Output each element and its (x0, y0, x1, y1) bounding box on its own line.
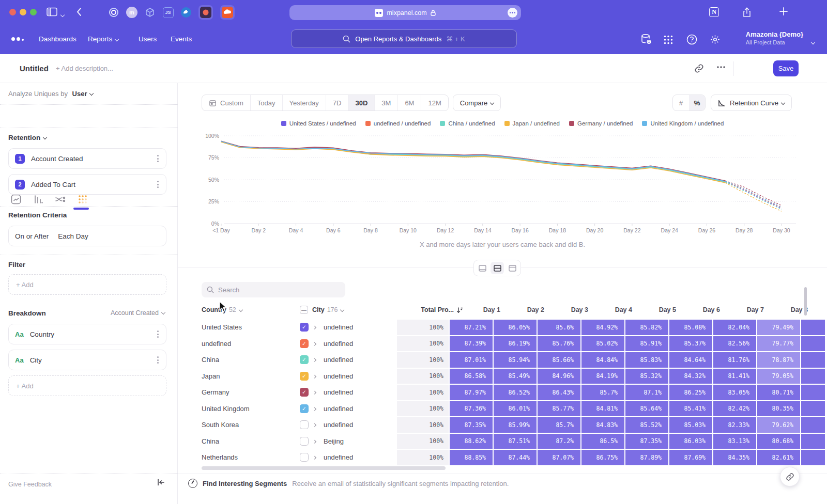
report-title[interactable]: Untitled (20, 64, 49, 73)
add-filter-button[interactable]: + Add (8, 274, 166, 295)
nav-item-events[interactable]: Events (171, 35, 192, 43)
view-table-only-icon[interactable] (506, 262, 519, 274)
more-options-icon[interactable] (716, 66, 726, 69)
expand-row-chevron[interactable] (313, 404, 324, 413)
column-header-day[interactable]: Day 4 (596, 306, 639, 313)
analyze-value-dropdown[interactable]: User (72, 90, 87, 98)
legend-item[interactable]: United Kingdom / undefined (642, 120, 724, 127)
kebab-menu-icon[interactable] (156, 180, 160, 189)
share-link-floating-button[interactable] (780, 467, 800, 486)
mixpanel-logo[interactable] (11, 37, 24, 41)
retention-step-2[interactable]: 2 Added To Cart (8, 174, 166, 195)
add-breakdown-button[interactable]: + Add (8, 375, 166, 396)
range-option-3m[interactable]: 3M (374, 95, 397, 111)
help-icon[interactable] (686, 34, 697, 45)
extension-bird-icon[interactable] (179, 5, 193, 20)
apps-grid-icon[interactable] (663, 35, 673, 45)
project-selector[interactable]: Amazonia {Demo} All Project Data (746, 30, 803, 45)
legend-item[interactable]: undefined / undefined (365, 120, 431, 127)
share-icon[interactable] (742, 7, 752, 18)
column-header-total[interactable]: Total Pro... (409, 306, 463, 313)
retention-criteria-selector[interactable]: On or After Each Day (8, 226, 166, 246)
table-search-input[interactable]: Search (202, 282, 345, 297)
address-more-icon[interactable] (508, 8, 517, 18)
range-option-7d[interactable]: 7D (326, 95, 348, 111)
view-chart-only-icon[interactable] (476, 262, 489, 274)
view-chart-and-table-icon[interactable] (491, 262, 504, 274)
address-bar[interactable]: mixpanel.com (289, 5, 521, 20)
range-option-12m[interactable]: 12M (421, 95, 448, 111)
column-header-day[interactable]: Day 2 (508, 306, 551, 313)
find-segments-title[interactable]: Find Interesting Segments (203, 480, 287, 487)
horizontal-scrollbar[interactable] (202, 466, 446, 470)
row-checkbox[interactable] (300, 420, 309, 429)
retention-step-1[interactable]: 1 Account Created (8, 148, 166, 169)
extension-cube-icon[interactable] (143, 5, 157, 20)
column-header-day[interactable]: Day 1 (464, 306, 507, 313)
row-checkbox[interactable]: ✓ (300, 388, 309, 397)
range-option-yesterday[interactable]: Yesterday (282, 95, 326, 111)
project-chevron-icon[interactable] (811, 38, 815, 47)
global-search-bar[interactable]: Open Reports & Dashboards ⌘ + K (291, 29, 517, 48)
notion-extension-icon[interactable]: N (709, 7, 719, 17)
window-minimize-button[interactable] (20, 9, 26, 15)
chart-type-dropdown[interactable]: Retention Curve (711, 94, 792, 111)
extension-cloud-icon[interactable] (220, 5, 235, 20)
retention-section-header[interactable]: Retention (8, 134, 47, 141)
row-checkbox[interactable] (300, 453, 309, 462)
extension-mixpanel-icon[interactable] (198, 5, 213, 20)
percent-toggle-option[interactable]: % (689, 95, 705, 111)
row-checkbox[interactable]: ✓ (300, 355, 309, 364)
column-header-city[interactable]: City176 (312, 306, 409, 313)
expand-row-chevron[interactable] (313, 420, 324, 430)
column-header-day[interactable]: Day 6 (684, 306, 727, 313)
range-option-30d[interactable]: 30D (348, 95, 374, 111)
column-header-day[interactable]: Day 7 (728, 306, 771, 313)
vertical-scrollbar[interactable] (804, 287, 807, 316)
legend-item[interactable]: China / undefined (440, 120, 495, 127)
column-header-day[interactable]: Day 3 (552, 306, 595, 313)
analyze-uniques-row[interactable]: Analyze Uniques by User (8, 90, 93, 98)
range-option-today[interactable]: Today (250, 95, 282, 111)
row-checkbox[interactable]: ✓ (300, 404, 309, 413)
collapse-sidebar-icon[interactable] (157, 479, 165, 486)
expand-row-chevron[interactable] (313, 388, 324, 397)
breakdown-city[interactable]: Aa City (8, 350, 166, 370)
row-checkbox[interactable]: ✓ (300, 323, 309, 332)
column-header-day[interactable]: Day 5 (640, 306, 683, 313)
breakdown-country[interactable]: Aa Country (8, 324, 166, 344)
data-management-icon[interactable] (640, 33, 652, 45)
extension-target-icon[interactable] (106, 5, 121, 20)
back-button-icon[interactable] (76, 7, 82, 17)
row-checkbox[interactable] (300, 437, 309, 446)
column-header-country[interactable]: Country52 (202, 306, 300, 313)
select-all-checkbox[interactable]: — (300, 306, 308, 314)
nav-item-users[interactable]: Users (139, 35, 157, 43)
compare-button[interactable]: Compare (453, 94, 501, 111)
nav-item-reports[interactable]: Reports (88, 35, 118, 43)
sidebar-toggle-icon[interactable] (47, 7, 57, 17)
expand-row-chevron[interactable] (313, 355, 324, 365)
find-segments-bar[interactable]: Find Interesting Segments Receive an ema… (188, 479, 509, 488)
legend-item[interactable]: Japan / undefined (504, 120, 560, 127)
row-checkbox[interactable]: ✓ (300, 339, 309, 348)
settings-gear-icon[interactable] (710, 34, 721, 45)
range-option-6m[interactable]: 6M (397, 95, 421, 111)
range-option-custom[interactable]: Custom (202, 95, 250, 111)
expand-row-chevron[interactable] (313, 371, 324, 381)
criteria-interval[interactable]: Each Day (58, 232, 88, 240)
tab-overview-chevron-icon[interactable] (61, 10, 64, 20)
extension-m-icon[interactable]: m (125, 5, 139, 20)
expand-row-chevron[interactable] (313, 339, 324, 348)
expand-row-chevron[interactable] (313, 323, 324, 332)
copy-link-icon[interactable] (694, 64, 704, 73)
nav-item-dashboards[interactable]: Dashboards (39, 35, 76, 43)
row-checkbox[interactable]: ✓ (300, 372, 309, 381)
legend-item[interactable]: United States / undefined (281, 120, 356, 127)
report-description-placeholder[interactable]: + Add description... (56, 65, 113, 72)
window-zoom-button[interactable] (30, 9, 37, 15)
expand-row-chevron[interactable] (313, 453, 324, 462)
column-header-day[interactable]: Day 8 (772, 306, 815, 313)
new-tab-plus-icon[interactable] (778, 6, 789, 17)
kebab-menu-icon[interactable] (156, 154, 160, 163)
